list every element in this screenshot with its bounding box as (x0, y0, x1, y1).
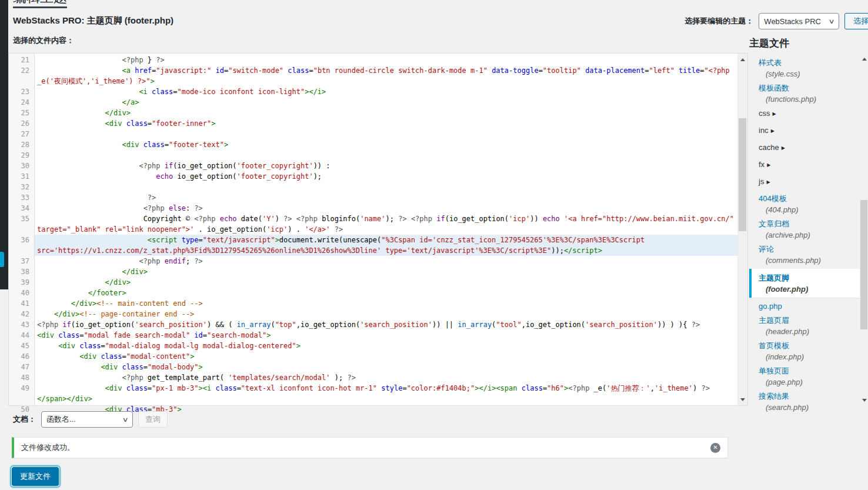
code-line-21[interactable]: 21 <?php } ?> (9, 55, 738, 65)
code-text[interactable]: <?php get_template_part( 'templates/sear… (35, 372, 738, 383)
code-text[interactable]: <?php } ?> (35, 55, 738, 65)
code-line-24[interactable]: 24 </a> (9, 97, 738, 108)
code-text[interactable]: ?> (35, 192, 738, 203)
code-line-26[interactable]: 26 <div class="footer-inner"> (9, 118, 738, 129)
code-line-30[interactable]: 30 <?php if(io_get_option('footer_copyri… (9, 161, 738, 171)
sidebar-folder-js: js▶ (749, 176, 860, 188)
sidebar-file-模板函数: 模板函数(functions.php) (749, 82, 860, 105)
code-text[interactable]: <?php if(io_get_option('search_position'… (35, 319, 738, 330)
code-text[interactable]: <i class="mode-ico iconfont icon-light">… (35, 86, 738, 97)
code-text[interactable]: </a> (35, 97, 738, 108)
code-line-28[interactable]: 28 <div class="footer-text"> (9, 139, 738, 150)
choose-theme-button[interactable]: 选择 (844, 13, 868, 29)
file-link[interactable]: 样式表 (759, 57, 782, 68)
code-text[interactable] (35, 182, 738, 192)
line-number: 30 (9, 161, 35, 171)
code-line-43[interactable]: 43<?php if(io_get_option('search_positio… (9, 319, 738, 330)
theme-select[interactable]: WebStacks PRC ∨ (759, 13, 839, 29)
code-text[interactable]: <a href="javascript:" id="switch-mode" c… (35, 65, 738, 86)
folder-label[interactable]: fx (759, 160, 764, 169)
code-text[interactable]: <?php if(io_get_option('footer_copyright… (35, 161, 738, 171)
code-line-37[interactable]: 37 <?php endif; ?> (9, 256, 738, 266)
admin-menu-collapsed-strip[interactable] (0, 0, 8, 289)
code-line-29[interactable]: 29 (9, 150, 738, 161)
code-text[interactable]: echo io_get_option('footer_copyright'); (35, 171, 738, 182)
update-file-button[interactable]: 更新文件 (12, 467, 59, 486)
editor-scroll-thumb[interactable] (739, 118, 746, 231)
code-line-33[interactable]: 33 ?> (9, 192, 738, 203)
code-text[interactable] (35, 129, 738, 139)
file-link[interactable]: 评论 (759, 244, 774, 255)
code-text[interactable]: <div class="modal-content"> (35, 351, 738, 362)
folder-label[interactable]: cache (759, 143, 779, 152)
folder-label[interactable]: js (759, 177, 764, 186)
code-text[interactable]: </div> (35, 277, 738, 288)
code-text[interactable]: <div class="modal-body"> (35, 362, 738, 372)
code-line-25[interactable]: 25 </div> (9, 108, 738, 118)
file-link[interactable]: 主题页眉 (759, 315, 789, 326)
code-line-38[interactable]: 38 </div> (9, 266, 738, 277)
code-text[interactable]: <div class="modal-dialog modal-lg modal-… (35, 341, 738, 351)
code-text[interactable]: </div> (35, 266, 738, 277)
scroll-up-button[interactable] (738, 55, 747, 64)
code-text[interactable]: </div><!-- main-content end --> (35, 298, 738, 309)
code-line-49[interactable]: 49 <div class="px-1 mb-3"><i class="text… (9, 383, 738, 404)
code-line-35[interactable]: 35 Copyright © <?php echo date('Y') ?> <… (9, 214, 738, 235)
code-text[interactable]: <div class="px-1 mb-3"><i class="text-xl… (35, 383, 738, 404)
lookup-button[interactable]: 查询 (138, 411, 168, 428)
code-text[interactable]: <script type="text/javascript">document.… (35, 235, 738, 256)
code-line-31[interactable]: 31 echo io_get_option('footer_copyright'… (9, 171, 738, 182)
editor-scrollbar[interactable] (737, 54, 747, 405)
code-text[interactable]: <div class="footer-inner"> (35, 118, 738, 129)
scroll-down-button[interactable] (738, 395, 747, 404)
code-line-23[interactable]: 23 <i class="mode-ico iconfont icon-ligh… (9, 86, 738, 97)
file-link[interactable]: 文章归档 (759, 218, 789, 229)
code-text[interactable]: </div><!-- page-container end --> (35, 309, 738, 319)
code-line-39[interactable]: 39 </div> (9, 277, 738, 288)
code-text[interactable]: </div> (35, 108, 738, 118)
code-line-41[interactable]: 41 </div><!-- main-content end --> (9, 298, 738, 309)
file-link[interactable]: 首页模板 (759, 340, 789, 351)
file-link[interactable]: 单独页面 (759, 365, 789, 376)
line-number: 33 (9, 192, 35, 203)
code-rows[interactable]: 21 <?php } ?>22 <a href="javascript:" id… (9, 55, 738, 415)
file-link[interactable]: 主题页脚 (759, 272, 789, 284)
code-line-40[interactable]: 40 </footer> (9, 288, 738, 298)
line-number: 39 (9, 277, 35, 288)
sidebar-scroll-down-button[interactable] (860, 395, 868, 405)
sidebar-scroll-up-button[interactable] (860, 54, 868, 64)
code-text[interactable]: <?php endif; ?> (35, 256, 738, 266)
code-line-42[interactable]: 42 </div><!-- page-container end --> (9, 309, 738, 319)
sidebar-file-主题页脚: 主题页脚(footer.php) (749, 269, 860, 298)
code-text[interactable]: </footer> (35, 288, 738, 298)
file-link[interactable]: go.php (759, 301, 782, 312)
file-link[interactable]: 模板函数 (759, 82, 789, 94)
file-name: (functions.php) (759, 94, 860, 105)
code-text[interactable]: <div class="modal fade search-modal" id=… (35, 330, 738, 341)
file-link[interactable]: 搜索结果 (759, 391, 789, 402)
code-line-46[interactable]: 46 <div class="modal-content"> (9, 351, 738, 362)
sidebar-scrollbar[interactable] (860, 53, 868, 406)
code-text[interactable]: Copyright © <?php echo date('Y') ?> <?ph… (35, 214, 738, 235)
collapse-menu-button[interactable] (0, 252, 4, 267)
folder-label[interactable]: inc (759, 126, 769, 135)
code-text[interactable]: <div class="footer-text"> (35, 139, 738, 150)
code-line-44[interactable]: 44<div class="modal fade search-modal" i… (9, 330, 738, 341)
code-text[interactable] (35, 150, 738, 161)
code-line-22[interactable]: 22 <a href="javascript:" id="switch-mode… (9, 65, 738, 86)
code-line-47[interactable]: 47 <div class="modal-body"> (9, 362, 738, 372)
sidebar-file-主题页眉: 主题页眉(header.php) (749, 315, 860, 337)
code-editor[interactable]: 21 <?php } ?>22 <a href="javascript:" id… (8, 53, 748, 406)
docs-select[interactable]: 函数名... ∨ (41, 411, 133, 428)
folder-label[interactable]: css (759, 109, 770, 118)
code-line-27[interactable]: 27 (9, 129, 738, 139)
code-line-32[interactable]: 32 (9, 182, 738, 192)
file-link[interactable]: 404模板 (759, 193, 787, 204)
code-line-36[interactable]: 36 <script type="text/javascript">docume… (9, 235, 738, 256)
dismiss-notice-icon[interactable]: ✕ (710, 443, 720, 453)
code-line-48[interactable]: 48 <?php get_template_part( 'templates/s… (9, 372, 738, 383)
sidebar-scroll-thumb[interactable] (860, 200, 867, 329)
code-text[interactable]: <?php else: ?> (35, 203, 738, 214)
code-line-45[interactable]: 45 <div class="modal-dialog modal-lg mod… (9, 341, 738, 351)
code-line-34[interactable]: 34 <?php else: ?> (9, 203, 738, 214)
